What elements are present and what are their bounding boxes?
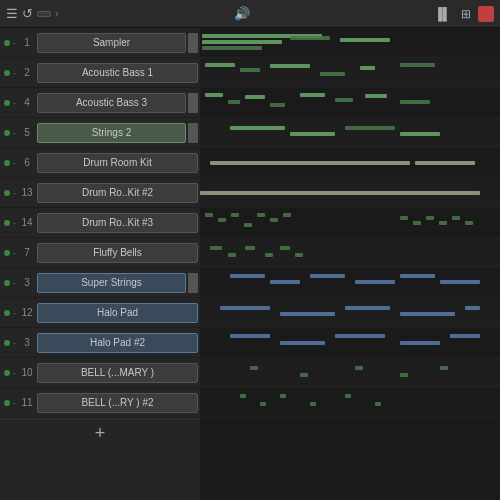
track-lane[interactable]: [200, 268, 500, 298]
note-block: [426, 216, 434, 220]
led-dot[interactable]: [4, 100, 10, 106]
mute-dash[interactable]: -: [13, 98, 16, 108]
mute-dash[interactable]: -: [13, 398, 16, 408]
channel-row[interactable]: -7Fluffy Bells: [0, 238, 200, 268]
led-dot[interactable]: [4, 250, 10, 256]
mute-dash[interactable]: -: [13, 368, 16, 378]
speaker-icon: 🔊: [234, 6, 250, 21]
note-block: [290, 132, 335, 136]
note-block: [400, 216, 408, 220]
channel-name-button[interactable]: Super Strings: [37, 273, 186, 293]
channel-number: 2: [17, 67, 37, 78]
bar-chart-icon[interactable]: ▐▌: [431, 6, 454, 22]
channel-name-button[interactable]: Fluffy Bells: [37, 243, 198, 263]
note-block: [345, 306, 390, 310]
channel-row[interactable]: -12Halo Pad: [0, 298, 200, 328]
led-dot[interactable]: [4, 400, 10, 406]
titlebar-left: ☰ ↺ ›: [6, 6, 58, 21]
note-block: [250, 366, 258, 370]
track-lane[interactable]: [200, 358, 500, 388]
track-lane[interactable]: [200, 178, 500, 208]
channel-name-button[interactable]: Drum Room Kit: [37, 153, 198, 173]
channel-row[interactable]: -6Drum Room Kit: [0, 148, 200, 178]
channel-name-button[interactable]: Halo Pad #2: [37, 333, 198, 353]
led-dot[interactable]: [4, 160, 10, 166]
mute-dash[interactable]: -: [13, 308, 16, 318]
channel-row[interactable]: -4Acoustic Bass 3: [0, 88, 200, 118]
channel-row[interactable]: -1Sampler: [0, 28, 200, 58]
menu-icon[interactable]: ☰: [6, 6, 18, 21]
note-block: [280, 312, 335, 316]
note-block: [400, 341, 440, 345]
note-block: [440, 280, 480, 284]
channel-name-button[interactable]: BELL (...RY ) #2: [37, 393, 198, 413]
track-lane[interactable]: [200, 328, 500, 358]
led-dot[interactable]: [4, 70, 10, 76]
channel-row[interactable]: -2Acoustic Bass 1: [0, 58, 200, 88]
channel-list[interactable]: -1Sampler-2Acoustic Bass 1-4Acoustic Bas…: [0, 28, 200, 500]
led-dot[interactable]: [4, 340, 10, 346]
channel-row[interactable]: -14Drum Ro..Kit #3: [0, 208, 200, 238]
channel-name-button[interactable]: Drum Ro..Kit #2: [37, 183, 198, 203]
note-block: [280, 341, 325, 345]
channel-name-button[interactable]: Acoustic Bass 3: [37, 93, 186, 113]
mute-dash[interactable]: -: [13, 338, 16, 348]
channel-name-button[interactable]: Acoustic Bass 1: [37, 63, 198, 83]
note-block: [320, 72, 345, 76]
led-dot[interactable]: [4, 40, 10, 46]
led-dot[interactable]: [4, 190, 10, 196]
track-lane[interactable]: [200, 58, 500, 88]
led-dot[interactable]: [4, 130, 10, 136]
mute-dash[interactable]: -: [13, 248, 16, 258]
channel-name-button[interactable]: Sampler: [37, 33, 186, 53]
mute-dash[interactable]: -: [13, 278, 16, 288]
note-block: [228, 100, 240, 104]
channel-row[interactable]: -11BELL (...RY ) #2: [0, 388, 200, 418]
mute-dash[interactable]: -: [13, 128, 16, 138]
grid-icon[interactable]: ⊞: [458, 6, 474, 22]
track-lane[interactable]: [200, 298, 500, 328]
unsorted-button[interactable]: [37, 11, 51, 17]
channel-name-button[interactable]: Strings 2: [37, 123, 186, 143]
track-lane[interactable]: [200, 88, 500, 118]
note-block: [300, 93, 325, 97]
track-lane[interactable]: [200, 208, 500, 238]
led-dot[interactable]: [4, 280, 10, 286]
mute-dash[interactable]: -: [13, 218, 16, 228]
mute-dash[interactable]: -: [13, 158, 16, 168]
led-dot[interactable]: [4, 310, 10, 316]
note-block: [202, 46, 262, 50]
led-dot[interactable]: [4, 220, 10, 226]
note-block: [365, 94, 387, 98]
track-lane[interactable]: [200, 148, 500, 178]
channel-number: 14: [17, 217, 37, 228]
mute-dash[interactable]: -: [13, 38, 16, 48]
note-block: [465, 221, 473, 225]
undo-icon[interactable]: ↺: [22, 6, 33, 21]
channel-row[interactable]: -3Super Strings: [0, 268, 200, 298]
channel-row[interactable]: -5Strings 2: [0, 118, 200, 148]
piano-roll[interactable]: [200, 28, 500, 500]
note-block: [265, 253, 273, 257]
close-button[interactable]: [478, 6, 494, 22]
track-lane[interactable]: [200, 28, 500, 58]
mute-dash[interactable]: -: [13, 188, 16, 198]
note-block: [245, 95, 265, 99]
note-block: [210, 246, 222, 250]
channel-name-button[interactable]: BELL (...MARY ): [37, 363, 198, 383]
track-lane[interactable]: [200, 118, 500, 148]
channel-name-button[interactable]: Halo Pad: [37, 303, 198, 323]
note-block: [245, 246, 255, 250]
add-channel-button[interactable]: +: [0, 418, 200, 448]
note-block: [400, 373, 408, 377]
channel-row[interactable]: -10BELL (...MARY ): [0, 358, 200, 388]
channel-row[interactable]: -3Halo Pad #2: [0, 328, 200, 358]
track-lane[interactable]: [200, 238, 500, 268]
led-dot[interactable]: [4, 370, 10, 376]
channel-name-button[interactable]: Drum Ro..Kit #3: [37, 213, 198, 233]
piano-roll-background: [200, 28, 500, 500]
arrow-icon: ›: [55, 8, 58, 19]
track-lane[interactable]: [200, 388, 500, 418]
channel-row[interactable]: -13Drum Ro..Kit #2: [0, 178, 200, 208]
mute-dash[interactable]: -: [13, 68, 16, 78]
